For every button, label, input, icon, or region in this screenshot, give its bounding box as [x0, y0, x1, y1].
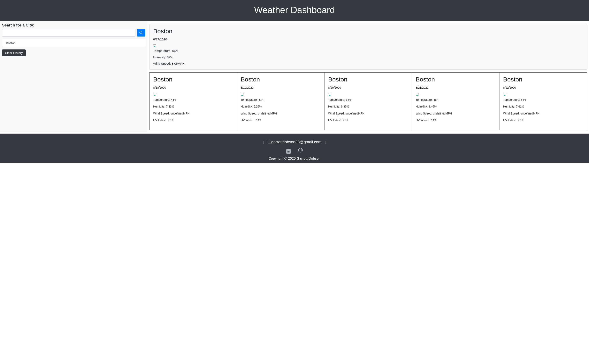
content-area: Boston 8/17/2020 Temperature: 66°F Humid… [147, 21, 589, 132]
forecast-date: 8/22/2020 [503, 86, 583, 90]
app-header: Weather Dashboard [0, 0, 589, 21]
forecast-row: Boston 8/18/2020 Temperature: 41°F Humid… [149, 72, 587, 130]
history-item[interactable]: Boston [2, 39, 145, 47]
current-humidity: Humidity: 82% [153, 55, 583, 59]
forecast-uv-index: UV Index:7.19 [241, 118, 321, 123]
weather-icon [503, 93, 506, 96]
forecast-temperature: Temperature: 58°F [503, 98, 583, 102]
current-temperature: Temperature: 66°F [153, 49, 583, 52]
forecast-city: Boston [416, 76, 496, 83]
search-button[interactable] [137, 29, 145, 37]
forecast-humidity: Humidity: 6.26% [241, 105, 321, 109]
forecast-card: Boston 8/21/2020 Temperature: 46°F Humid… [412, 73, 499, 130]
mail-icon [268, 141, 271, 143]
forecast-temperature: Temperature: 41°F [153, 98, 233, 102]
forecast-uv-index: UV Index:7.19 [328, 118, 408, 123]
clear-history-button[interactable]: Clear History [2, 49, 26, 56]
forecast-wind-speed: Wind Speed: undefinedMPH [328, 112, 408, 116]
weather-icon [153, 93, 156, 96]
forecast-card: Boston 8/22/2020 Temperature: 58°F Humid… [499, 73, 587, 130]
forecast-wind-speed: Wind Speed: undefinedMPH [503, 112, 583, 116]
forecast-date: 8/19/2020 [241, 86, 321, 90]
search-icon [139, 31, 143, 35]
forecast-city: Boston [328, 76, 408, 83]
current-weather-card: Boston 8/17/2020 Temperature: 66°F Humid… [149, 24, 587, 70]
forecast-wind-speed: Wind Speed: undefinedMPH [416, 112, 496, 116]
footer-contact: | garrettdobson33@gmail.com | [0, 140, 589, 144]
forecast-temperature: Temperature: 46°F [416, 98, 496, 102]
weather-icon [241, 93, 244, 96]
forecast-humidity: Humidity: 6.35% [328, 105, 408, 109]
sidebar: Search for a City: Boston Clear History [0, 21, 147, 132]
forecast-uv-index: UV Index:7.19 [503, 118, 583, 123]
forecast-humidity: Humidity: 7.61% [503, 105, 583, 109]
forecast-date: 8/21/2020 [416, 86, 496, 90]
page-title: Weather Dashboard [0, 5, 589, 15]
forecast-date: 8/20/2020 [328, 86, 408, 90]
footer-social-icons: in [0, 148, 589, 154]
forecast-uv-index: UV Index:7.19 [153, 118, 233, 123]
weather-icon [328, 93, 331, 96]
forecast-date: 8/18/2020 [153, 86, 233, 90]
forecast-card: Boston 8/18/2020 Temperature: 41°F Humid… [150, 73, 237, 130]
forecast-city: Boston [241, 76, 321, 83]
forecast-card: Boston 8/20/2020 Temperature: 33°F Humid… [324, 73, 412, 130]
forecast-temperature: Temperature: 33°F [328, 98, 408, 102]
search-row [2, 29, 145, 37]
app-footer: | garrettdobson33@gmail.com | in Copyrig… [0, 134, 589, 163]
search-history-list: Boston [2, 39, 145, 47]
copyright: Copyright © 2020 Garrett Dobson [0, 156, 589, 161]
forecast-wind-speed: Wind Speed: undefinedMPH [241, 112, 321, 116]
current-wind-speed: Wind Speed: 8.05MPH [153, 62, 583, 65]
main-container: Search for a City: Boston Clear History … [0, 21, 589, 132]
email-link[interactable]: garrettdobson33@gmail.com [268, 140, 323, 144]
forecast-card: Boston 8/19/2020 Temperature: 41°F Humid… [237, 73, 324, 130]
weather-icon [153, 44, 156, 47]
github-icon[interactable] [298, 148, 303, 152]
forecast-uv-index: UV Index:7.19 [416, 118, 496, 123]
city-search-input[interactable] [2, 29, 136, 37]
forecast-temperature: Temperature: 41°F [241, 98, 321, 102]
forecast-humidity: Humidity: 7.43% [153, 105, 233, 109]
forecast-city: Boston [503, 76, 583, 83]
current-date: 8/17/2020 [153, 38, 583, 41]
separator: | [263, 141, 264, 144]
forecast-wind-speed: Wind Speed: undefinedMPH [153, 112, 233, 116]
forecast-humidity: Humidity: 8.46% [416, 105, 496, 109]
forecast-city: Boston [153, 76, 233, 83]
search-label: Search for a City: [2, 23, 145, 27]
linkedin-icon[interactable]: in [286, 149, 291, 154]
weather-icon [416, 93, 419, 96]
current-city: Boston [153, 28, 583, 35]
separator: | [325, 141, 326, 144]
